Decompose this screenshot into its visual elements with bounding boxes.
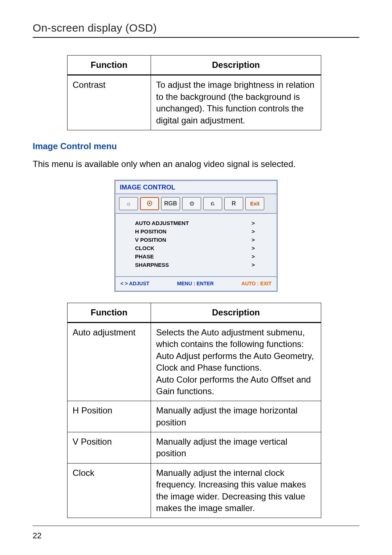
osd-footer: < > ADJUST MENU : ENTER AUTO : EXIT — [115, 276, 277, 291]
color-icon[interactable]: RGB — [161, 197, 180, 210]
osd-item-label: PHASE — [135, 253, 154, 260]
title-rule — [33, 37, 359, 38]
osd-item-h-position[interactable]: H POSITION > — [135, 227, 266, 236]
osd-footer-adjust: < > ADJUST — [121, 281, 150, 286]
section-paragraph: This menu is available only when an anal… — [33, 158, 359, 170]
table-row: Auto adjustment Selects the Auto adjustm… — [68, 322, 321, 401]
position-icon[interactable]: ⊙ — [182, 197, 201, 210]
osd-item-label: CLOCK — [135, 245, 154, 251]
chevron-right-icon: > — [252, 228, 266, 234]
cell-function: Contrast — [68, 75, 151, 130]
page-title: On-screen display (OSD) — [33, 22, 359, 34]
chevron-right-icon: > — [252, 245, 266, 251]
osd-title: IMAGE CONTROL — [115, 181, 277, 194]
brightness-contrast-icon[interactable]: ☼ — [119, 197, 138, 210]
page-footer: 22 — [33, 526, 359, 540]
chevron-right-icon: > — [252, 220, 266, 226]
osd-item-clock[interactable]: CLOCK > — [135, 244, 266, 252]
col-header-function: Function — [68, 303, 151, 322]
reset-icon[interactable]: R — [224, 197, 243, 210]
osd-item-v-position[interactable]: V POSITION > — [135, 236, 266, 244]
chevron-right-icon: > — [252, 253, 266, 260]
osd-item-phase[interactable]: PHASE > — [135, 252, 266, 261]
table-row: Contrast To adjust the image brightness … — [68, 75, 321, 130]
footer-rule — [33, 526, 359, 526]
osd-footer-auto: AUTO : EXIT — [241, 281, 271, 286]
osd-item-label: AUTO ADJUSTMENT — [135, 220, 189, 226]
cell-description: To adjust the image brightness in relati… — [151, 75, 321, 130]
col-header-function: Function — [68, 56, 151, 75]
osd-item-auto-adjustment[interactable]: AUTO ADJUSTMENT > — [135, 219, 266, 227]
osd-footer-menu: MENU : ENTER — [177, 281, 214, 286]
contrast-table: Function Description Contrast To adjust … — [67, 55, 321, 130]
cell-description: Selects the Auto adjustment submenu, whi… — [151, 322, 321, 401]
language-icon[interactable]: ⎌ — [203, 197, 222, 210]
cell-function: Auto adjustment — [68, 322, 151, 401]
exit-icon[interactable]: Exit — [245, 197, 264, 210]
osd-item-label: V POSITION — [135, 237, 166, 243]
osd-panel: IMAGE CONTROL ☼ ⦿ RGB ⊙ ⎌ R Exit AUTO AD… — [114, 180, 278, 292]
cell-description: Manually adjust the image horizontal pos… — [151, 401, 321, 432]
cell-function: Clock — [68, 463, 151, 518]
col-header-description: Description — [151, 303, 321, 322]
image-control-table: Function Description Auto adjustment Sel… — [67, 303, 321, 518]
table-row: Clock Manually adjust the internal clock… — [68, 463, 321, 518]
col-header-description: Description — [151, 56, 321, 75]
cell-description: Manually adjust the internal clock frequ… — [151, 463, 321, 518]
osd-item-label: H POSITION — [135, 228, 167, 234]
table-row: H Position Manually adjust the image hor… — [68, 401, 321, 432]
chevron-right-icon: > — [252, 237, 266, 243]
osd-icon-row: ☼ ⦿ RGB ⊙ ⎌ R Exit — [115, 194, 277, 213]
osd-item-label: SHARPNESS — [135, 262, 169, 268]
page-number: 22 — [33, 531, 359, 540]
cell-description: Manually adjust the image vertical posit… — [151, 432, 321, 464]
cell-function: V Position — [68, 432, 151, 464]
osd-item-sharpness[interactable]: SHARPNESS > — [135, 261, 266, 269]
table-row: V Position Manually adjust the image ver… — [68, 432, 321, 464]
osd-item-list: AUTO ADJUSTMENT > H POSITION > V POSITIO… — [115, 213, 277, 276]
section-subhead: Image Control menu — [33, 141, 359, 151]
cell-function: H Position — [68, 401, 151, 432]
image-control-icon[interactable]: ⦿ — [140, 197, 159, 210]
chevron-right-icon: > — [252, 262, 266, 268]
